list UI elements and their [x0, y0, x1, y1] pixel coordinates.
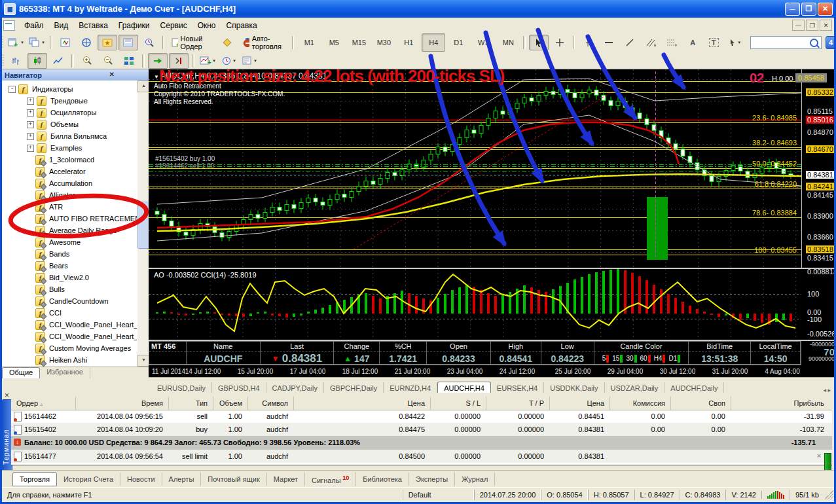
profiles-button[interactable]: ▾: [27, 35, 46, 50]
col-header-Комиссия[interactable]: Комиссия: [609, 397, 670, 410]
child-close-button[interactable]: ✕: [820, 20, 832, 31]
timeframe-M1[interactable]: M1: [297, 33, 321, 52]
menu-Окно[interactable]: Окно: [192, 19, 221, 32]
tree-item-Индикаторы[interactable]: -fИндикаторы: [9, 83, 73, 95]
cursor-tool[interactable]: [529, 35, 549, 50]
tree-item-ATR[interactable]: fATR: [27, 201, 63, 213]
main-chart[interactable]: [149, 69, 836, 268]
chart-tab-CADJPY,Daily[interactable]: CADJPY,Daily: [266, 382, 325, 393]
timeframe-H4[interactable]: H4: [422, 33, 445, 52]
balance-row[interactable]: ↓Баланс: 10 000.00 USD Средства: 9 864.2…: [11, 436, 832, 450]
line-chart-button[interactable]: [48, 53, 68, 69]
tree-item-CandleCountdown[interactable]: fCandleCountdown: [27, 295, 109, 307]
search-icon[interactable]: [810, 39, 818, 47]
periods-button[interactable]: ▾: [219, 53, 238, 69]
tree-toggle-icon[interactable]: +: [27, 121, 34, 128]
timeframe-M15[interactable]: M15: [347, 33, 371, 52]
tree-item-Bears[interactable]: fBears: [27, 260, 68, 272]
terminal-tab-Новости[interactable]: Новости: [120, 473, 162, 486]
label-tool[interactable]: T: [704, 35, 723, 50]
tree-item-Accelerator[interactable]: fAccelerator: [27, 166, 86, 177]
col-header-Цена[interactable]: Цена: [293, 397, 430, 410]
notifications-button[interactable]: 4: [826, 36, 836, 49]
timeframe-H1[interactable]: H1: [397, 33, 420, 52]
indicator-subwindow[interactable]: [149, 269, 801, 340]
tree-item-Custom Moving Averages[interactable]: fCustom Moving Averages: [27, 342, 131, 354]
terminal-close-icon[interactable]: ✕: [3, 393, 10, 399]
chart-tab-USDDKK,Daily[interactable]: USDDKK,Daily: [544, 382, 604, 393]
autotrading-button[interactable]: Авто-торговля: [238, 35, 289, 50]
strategy-tester-button[interactable]: [139, 35, 159, 50]
tree-item-Объемы[interactable]: +fОбъемы: [27, 118, 79, 130]
tree-item-Average Daily Range[interactable]: fAverage Daily Range: [27, 225, 117, 236]
navigator-close-icon[interactable]: ✕: [75, 71, 147, 79]
tree-item-Examples[interactable]: +fExamples: [27, 142, 82, 154]
arrows-tool[interactable]: ▾: [725, 35, 744, 50]
text-tool[interactable]: A: [683, 35, 702, 50]
terminal-tab-Сигналы[interactable]: Сигналы 10: [305, 472, 356, 487]
chart-tab-GBPCHF,Daily[interactable]: GBPCHF,Daily: [324, 382, 384, 393]
tree-item-Bid_View2.0[interactable]: fBid_View2.0: [27, 272, 89, 283]
tree-toggle-icon[interactable]: +: [27, 133, 34, 140]
vertical-line-tool[interactable]: [578, 35, 598, 50]
terminal-tab-История Счета[interactable]: История Счета: [57, 473, 120, 486]
col-header-Цена[interactable]: Цена: [549, 397, 609, 410]
bar-chart-button[interactable]: [7, 53, 26, 69]
order-row[interactable]: 156154022014.08.04 10:09:20buy1.00audchf…: [11, 423, 832, 436]
channel-tool[interactable]: E: [641, 35, 661, 50]
chart-tab-USDZAR,Daily[interactable]: USDZAR,Daily: [605, 382, 665, 393]
navigator-tab-Избранное[interactable]: Избранное: [40, 367, 90, 378]
chart-shift-button[interactable]: [169, 53, 189, 69]
tree-item-AUTO FIBO RETRACEMENT[interactable]: fAUTO FIBO RETRACEMENT: [27, 213, 137, 225]
terminal-button[interactable]: [118, 35, 138, 50]
minimize-button[interactable]: ─: [785, 3, 800, 16]
chart-dropdown-icon[interactable]: ▼: [154, 74, 160, 80]
resize-grip[interactable]: [824, 490, 833, 499]
indicators-button[interactable]: +▾: [198, 53, 217, 69]
zoom-in-button[interactable]: [77, 53, 97, 69]
tree-item-CCI_Woodie_Panel_Heart_[interactable]: fCCI_Woodie_Panel_Heart_: [27, 331, 137, 342]
new-chart-button[interactable]: +▾: [6, 35, 26, 50]
chart-tab-AUDCHF,H4[interactable]: AUDCHF,H4: [437, 382, 491, 393]
zoom-out-button[interactable]: [98, 53, 118, 69]
menu-Вид[interactable]: Вид: [49, 19, 74, 32]
chart-tab-EURUSD,Daily[interactable]: EURUSD,Daily: [151, 382, 212, 393]
terminal-tab-Эксперты[interactable]: Эксперты: [409, 473, 455, 486]
menu-Вставка[interactable]: Вставка: [73, 19, 113, 32]
tree-toggle-icon[interactable]: +: [27, 145, 34, 152]
navigator-button[interactable]: ★: [98, 35, 117, 50]
col-header-S / L[interactable]: S / L: [430, 397, 486, 410]
tree-item-Bands[interactable]: fBands: [27, 248, 69, 260]
col-header-Своп[interactable]: Своп: [670, 397, 731, 410]
child-minimize-button[interactable]: —: [792, 20, 805, 31]
terminal-tab-Торговля[interactable]: Торговля: [12, 472, 57, 486]
terminal-tab-Алерты[interactable]: Алерты: [162, 473, 202, 486]
close-button[interactable]: ✕: [818, 3, 833, 16]
trendline-tool[interactable]: [620, 35, 640, 50]
child-restore-button[interactable]: ❒: [806, 20, 818, 31]
timeframe-M5[interactable]: M5: [322, 33, 346, 52]
tile-windows-button[interactable]: [119, 53, 139, 69]
navigator-scrollbar[interactable]: ▲ ▼: [137, 81, 149, 367]
chart-tab-AUDCHF,Daily[interactable]: AUDCHF,Daily: [664, 382, 724, 393]
search-input[interactable]: [750, 36, 822, 49]
timeframe-MN[interactable]: MN: [496, 33, 520, 52]
terminal-tab-Маркет[interactable]: Маркет: [267, 473, 305, 486]
tree-toggle-icon[interactable]: +: [27, 109, 34, 117]
market-watch-button[interactable]: [56, 35, 75, 50]
menu-Графики[interactable]: Графики: [113, 19, 155, 32]
tree-item-Осцилляторы[interactable]: +fОсцилляторы: [27, 107, 96, 118]
tree-item-CCI[interactable]: fCCI: [27, 307, 62, 319]
menu-Файл[interactable]: Файл: [19, 19, 49, 32]
terminal-tab-Почтовый ящик[interactable]: Почтовый ящик: [201, 473, 266, 486]
data-window-button[interactable]: [77, 35, 96, 50]
maximize-button[interactable]: ❒: [801, 3, 816, 16]
templates-button[interactable]: ▾: [240, 53, 259, 69]
metaeditor-button[interactable]: [217, 35, 237, 50]
menu-Справка[interactable]: Справка: [221, 19, 263, 32]
chart-tab-GBPUSD,H4[interactable]: GBPUSD,H4: [212, 382, 266, 393]
tree-item-Bulls[interactable]: fBulls: [27, 283, 65, 295]
close-order-icon[interactable]: ×: [815, 425, 823, 433]
order-row[interactable]: 156144772014.08.04 09:56:54sell limit1.0…: [11, 450, 832, 463]
new-order-button[interactable]: + Новый Ордер: [168, 35, 216, 50]
